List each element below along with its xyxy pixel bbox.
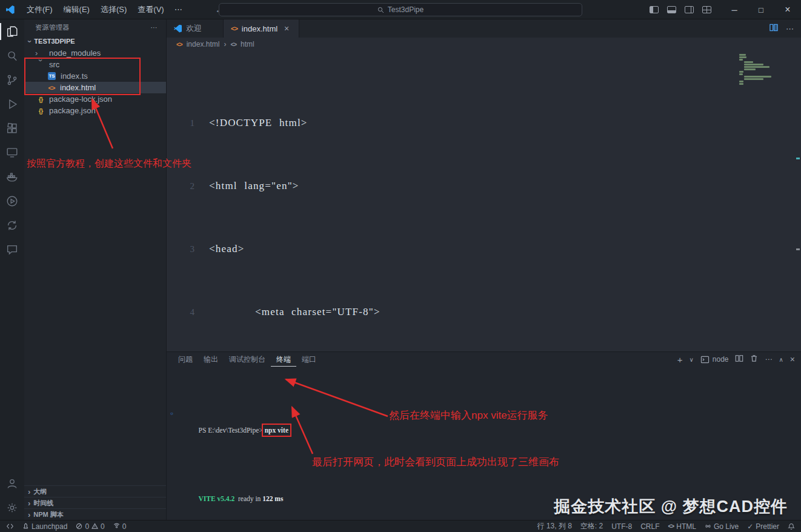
maximize-button[interactable]: □ <box>748 0 774 19</box>
code-line[interactable]: 1 <!DOCTYPE html> <box>167 115 801 131</box>
encoding-item[interactable]: UTF-8 <box>611 522 632 531</box>
line-number: 4 <box>167 304 209 320</box>
panel-maximize-icon[interactable]: ∧ <box>779 356 783 363</box>
source-control-icon[interactable] <box>0 68 24 92</box>
menu-item[interactable]: 查看(V) <box>132 2 169 17</box>
file-label: src <box>49 60 59 69</box>
remote-explorer-icon[interactable] <box>0 141 24 165</box>
panel-tab[interactable]: 调试控制台 <box>224 352 271 367</box>
breadcrumb-file[interactable]: index.html <box>187 40 220 48</box>
go-live-broadcast-icon <box>705 523 711 530</box>
warnings-icon <box>91 523 98 530</box>
settings-sync-icon[interactable] <box>0 213 24 238</box>
ports-item[interactable]: 0 <box>113 522 127 531</box>
code-line[interactable]: 4 <meta charset="UTF-8"> <box>167 304 801 320</box>
panel-tab[interactable]: 端口 <box>296 352 322 367</box>
cursor-position-item[interactable]: 行 13, 列 8 <box>537 521 571 531</box>
close-button[interactable]: × <box>774 0 801 19</box>
tree-item[interactable]: <> index.html <box>24 82 166 93</box>
search-icon[interactable] <box>0 44 24 68</box>
indentation-item[interactable]: 空格: 2 <box>580 521 603 531</box>
breadcrumb: <> index.html › <> html <box>167 38 801 51</box>
problems-item[interactable]: 0 0 <box>76 522 104 531</box>
editor-more-icon[interactable]: ⋯ <box>786 24 794 33</box>
project-root-row[interactable]: › TEST3DPIPE <box>24 35 166 47</box>
terminal-shell-item[interactable]: node <box>700 355 729 364</box>
language-mode-item[interactable]: <>HTML <box>668 522 696 531</box>
panel-tab[interactable]: 问题 <box>173 352 198 367</box>
tab-file-icon: <> <box>231 25 238 32</box>
toggle-panel-icon[interactable] <box>667 6 676 13</box>
editor-tab[interactable]: <> index.html × <box>224 19 299 38</box>
extensions-icon[interactable] <box>0 116 24 141</box>
menu-item[interactable]: 文件(F) <box>21 2 58 17</box>
terminal-icon <box>700 356 710 364</box>
breadcrumb-node[interactable]: html <box>241 40 254 48</box>
panel-tab[interactable]: 终端 <box>271 352 296 367</box>
overview-ruler-mark <box>796 158 800 159</box>
toggle-secondary-sidebar-icon[interactable] <box>685 6 694 13</box>
menu-item[interactable]: 选择(S) <box>95 2 132 17</box>
tab-close-icon[interactable]: × <box>282 24 291 33</box>
tree-item[interactable]: › node_modules <box>24 47 166 59</box>
search-icon <box>377 7 384 13</box>
remote-indicator[interactable] <box>6 523 14 530</box>
code-editor[interactable]: 1 <!DOCTYPE html> 2 <html lang="en"> 3 <… <box>167 51 801 351</box>
toggle-sidebar-icon[interactable] <box>650 6 659 13</box>
run-task-icon[interactable] <box>0 189 24 213</box>
tree-item[interactable]: {} package.json <box>24 105 166 116</box>
minimap[interactable] <box>738 51 794 351</box>
minimize-button[interactable]: ─ <box>721 0 748 19</box>
file-label: package-lock.json <box>49 95 112 104</box>
panel-more-icon[interactable]: ⋯ <box>765 355 772 364</box>
line-content: <html lang="en"> <box>209 178 801 194</box>
prettier-item[interactable]: ✓ Prettier <box>747 522 779 531</box>
account-icon[interactable] <box>0 471 24 496</box>
rocket-icon <box>22 523 29 530</box>
panel-close-icon[interactable]: × <box>790 354 795 364</box>
code-lines: 1 <!DOCTYPE html> 2 <html lang="en"> 3 <… <box>167 52 801 351</box>
explorer-icon[interactable] <box>0 19 24 44</box>
panel-tab[interactable]: 输出 <box>198 352 224 367</box>
tree-item[interactable]: › src <box>24 59 166 70</box>
terminal-profile-dropdown-icon[interactable]: ∨ <box>689 356 693 363</box>
menu-more-icon[interactable]: ⋯ <box>170 3 187 16</box>
chevron-right-icon: › <box>28 487 30 496</box>
code-line[interactable]: 3 <head> <box>167 241 801 257</box>
section-label: 时间线 <box>33 499 53 508</box>
editor-group: 欢迎 <> index.html × ⋯ <> index.html › <box>167 19 801 520</box>
notifications-item[interactable] <box>788 523 795 530</box>
eol-item[interactable]: CRLF <box>640 522 659 531</box>
symbol-icon: <> <box>230 41 236 48</box>
tree-item[interactable]: {} package-lock.json <box>24 93 166 105</box>
customize-layout-icon[interactable] <box>702 6 711 13</box>
sidebar-section-header[interactable]: › NPM 脚本 <box>24 508 166 520</box>
broadcast-icon <box>113 523 120 530</box>
editor-tab[interactable]: 欢迎 <box>167 19 224 38</box>
code-line[interactable]: 2 <html lang="en"> <box>167 178 801 194</box>
split-terminal-icon[interactable] <box>735 354 743 364</box>
command-center-search[interactable]: Test3dPipe <box>219 3 582 16</box>
tab-label: 欢迎 <box>186 23 202 34</box>
explorer-more-icon[interactable]: ⋯ <box>151 24 158 32</box>
run-debug-icon[interactable] <box>0 92 24 116</box>
kill-terminal-trash-icon[interactable] <box>750 354 758 364</box>
split-editor-icon[interactable] <box>769 23 779 34</box>
tab-bar: 欢迎 <> index.html × ⋯ <box>167 19 801 38</box>
html-lang-icon: <> <box>668 523 674 530</box>
command-decoration-icon[interactable]: ○ <box>170 409 173 418</box>
vscode-logo-icon <box>5 5 15 15</box>
tab-label: index.html <box>242 24 278 33</box>
tree-item[interactable]: TS index.ts <box>24 70 166 82</box>
menu-item[interactable]: 编辑(E) <box>58 2 95 17</box>
chat-icon[interactable] <box>0 238 24 262</box>
sidebar-section-header[interactable]: › 大纲 <box>24 485 166 497</box>
go-live-item[interactable]: Go Live <box>705 522 739 531</box>
new-terminal-icon[interactable]: + <box>677 354 683 365</box>
file-icon: <> <box>46 84 57 91</box>
settings-gear-icon[interactable] <box>0 496 24 520</box>
line-number: 2 <box>167 178 209 194</box>
docker-icon[interactable] <box>0 165 24 189</box>
sidebar-section-header[interactable]: › 时间线 <box>24 497 166 508</box>
launchpad-item[interactable]: Launchpad <box>22 522 67 531</box>
